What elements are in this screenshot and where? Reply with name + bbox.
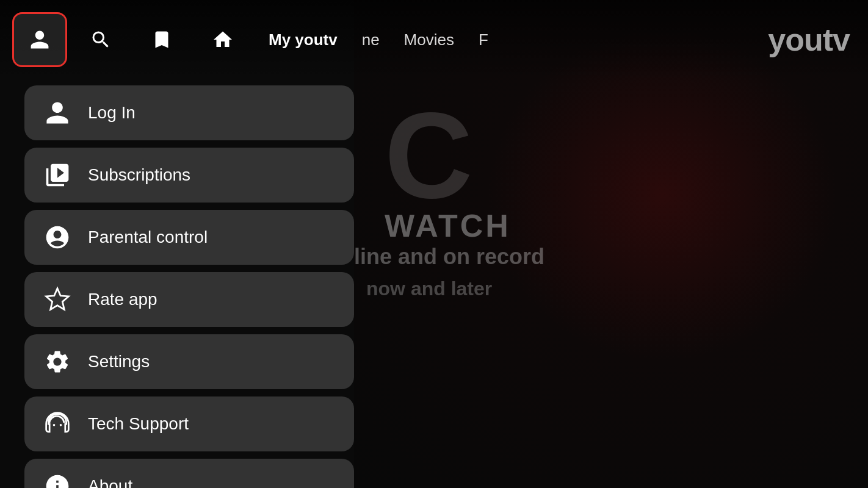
logo-tv: tv [823,22,850,57]
navbar: My youtv ne Movies F youtv [0,0,868,79]
app-logo: youtv [768,21,850,58]
home-button[interactable] [195,12,250,67]
menu-item-tech-support-label: Tech Support [88,414,189,434]
nav-link-ne[interactable]: ne [362,30,380,49]
menu-item-rate-label: Rate app [88,290,157,309]
home-icon [212,29,234,51]
nav-links: My youtv ne Movies F [269,30,488,49]
support-icon [44,411,71,437]
login-icon [44,99,71,126]
subscriptions-icon [44,162,71,188]
menu-item-rate-app[interactable]: Rate app [24,272,354,327]
menu-item-parental-label: Parental control [88,228,208,247]
menu-item-login-label: Log In [88,103,136,123]
bg-subtitle2: now and later [366,278,492,300]
menu-item-about[interactable]: About [24,459,354,488]
star-icon [44,286,71,313]
menu-item-login[interactable]: Log In [24,85,354,140]
bookmark-icon [151,29,173,51]
menu-item-about-label: About [88,476,132,488]
info-icon-container [42,470,73,488]
settings-icon-container [42,346,73,378]
bg-watch-text: WATCH [385,207,511,244]
menu-item-subscriptions-label: Subscriptions [88,165,190,185]
bg-letter: C [385,85,472,226]
support-icon-container [42,408,73,440]
menu-item-settings[interactable]: Settings [24,334,354,389]
logo-you: you [768,22,822,57]
parental-icon [44,224,71,251]
info-icon [44,473,71,488]
login-icon-container [42,97,73,129]
menu-item-parental-control[interactable]: Parental control [24,210,354,265]
bg-subtitle1: line and on record [354,244,544,270]
svg-point-1 [60,424,62,426]
nav-link-f[interactable]: F [479,30,488,49]
menu-item-settings-label: Settings [88,352,150,371]
bookmark-button[interactable] [134,12,189,67]
star-icon-container [42,284,73,315]
menu-item-subscriptions[interactable]: Subscriptions [24,148,354,203]
logo-text: youtv [768,22,850,57]
person-icon [29,29,51,51]
svg-point-0 [53,424,56,426]
subscriptions-icon-container [42,159,73,191]
menu-item-tech-support[interactable]: Tech Support [24,396,354,451]
search-button[interactable] [73,12,128,67]
search-icon [90,29,112,51]
settings-icon [44,348,71,375]
nav-link-my-youtv[interactable]: My youtv [269,30,338,49]
parental-icon-container [42,221,73,253]
profile-button[interactable] [12,12,67,67]
dropdown-menu: Log In Subscriptions Parental control Ra… [24,85,354,488]
nav-link-movies[interactable]: Movies [404,30,454,49]
